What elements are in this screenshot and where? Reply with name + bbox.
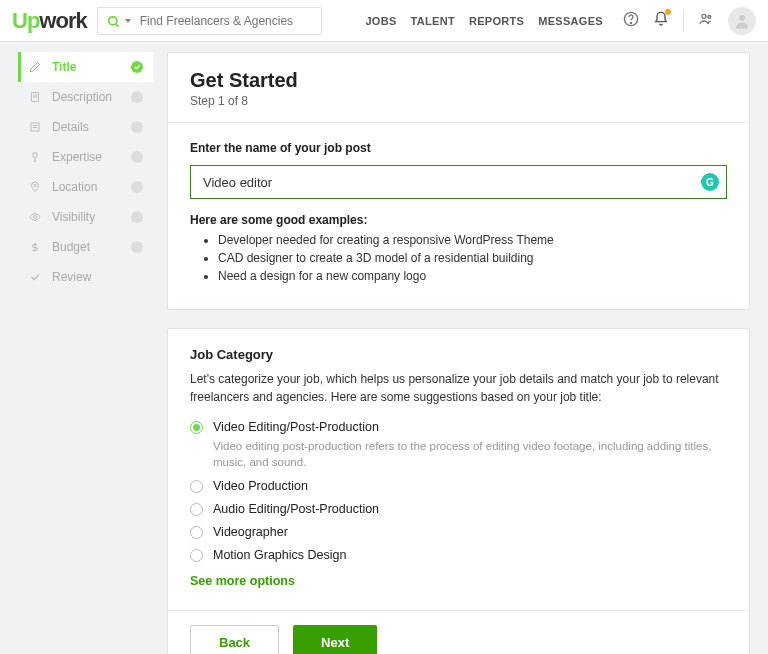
examples-list: Developer needed for creating a responsi… [190, 233, 727, 283]
main-nav: JOBS TALENT REPORTS MESSAGES [365, 15, 603, 27]
notification-dot [665, 9, 671, 15]
svg-point-5 [708, 16, 711, 19]
step-details[interactable]: Details [18, 112, 153, 142]
dollar-icon [28, 241, 42, 253]
category-option-video-production[interactable]: Video Production [190, 479, 727, 493]
search-wrap [97, 7, 322, 35]
page-title: Get Started [190, 69, 727, 92]
radio-label: Motion Graphics Design [213, 548, 346, 562]
avatar[interactable] [728, 7, 756, 35]
trophy-icon [28, 151, 42, 163]
grammarly-icon[interactable]: G [701, 173, 719, 191]
radio-icon [190, 503, 203, 516]
check-icon [28, 271, 42, 283]
page-body: Title Description Details Expertise Loca… [0, 42, 768, 654]
radio-description: Video editing post-production refers to … [213, 438, 727, 470]
logo-green: Up [12, 8, 39, 33]
step-label: Location [52, 180, 121, 194]
category-card: Job Category Let's categorize your job, … [167, 328, 750, 654]
example-item: Developer needed for creating a responsi… [218, 233, 727, 247]
radio-label: Video Production [213, 479, 308, 493]
header-icons [623, 7, 756, 35]
job-title-wrap: G [190, 165, 727, 199]
radio-label: Video Editing/Post-Production [213, 420, 727, 434]
svg-point-4 [702, 14, 706, 18]
step-review[interactable]: Review [18, 262, 153, 292]
example-item: CAD designer to create a 3D model of a r… [218, 251, 727, 265]
see-more-link[interactable]: See more options [190, 574, 727, 588]
step-location[interactable]: Location [18, 172, 153, 202]
doc-icon [28, 91, 42, 103]
back-button[interactable]: Back [190, 625, 279, 654]
step-title[interactable]: Title [18, 52, 153, 82]
pencil-icon [28, 61, 42, 73]
step-status [131, 181, 143, 193]
category-option-video-editing[interactable]: Video Editing/Post-Production Video edit… [190, 420, 727, 470]
radio-label: Audio Editing/Post-Production [213, 502, 379, 516]
radio-icon [190, 526, 203, 539]
steps-sidebar: Title Description Details Expertise Loca… [18, 52, 153, 292]
pin-icon [28, 181, 42, 193]
step-label: Title [52, 60, 121, 74]
examples-heading: Here are some good examples: [190, 213, 727, 227]
logo[interactable]: Upwork [12, 8, 87, 34]
category-option-audio-editing[interactable]: Audio Editing/Post-Production [190, 502, 727, 516]
eye-icon [28, 211, 42, 223]
radio-icon [190, 480, 203, 493]
step-status [131, 211, 143, 223]
step-status [131, 241, 143, 253]
radio-icon [190, 549, 203, 562]
logo-dark: work [39, 8, 86, 33]
next-button[interactable]: Next [293, 625, 377, 654]
category-heading: Job Category [190, 347, 727, 362]
step-label: Visibility [52, 210, 121, 224]
svg-point-6 [739, 15, 745, 21]
svg-line-1 [115, 23, 118, 26]
step-counter: Step 1 of 8 [190, 94, 727, 108]
search-icon [107, 15, 121, 29]
job-title-label: Enter the name of your job post [190, 141, 727, 155]
step-status [131, 151, 143, 163]
title-card: Get Started Step 1 of 8 Enter the name o… [167, 52, 750, 310]
svg-point-13 [34, 184, 37, 187]
title-card-body: Enter the name of your job post G Here a… [168, 123, 749, 309]
step-label: Budget [52, 240, 121, 254]
step-status [131, 91, 143, 103]
main-content: Get Started Step 1 of 8 Enter the name o… [167, 52, 750, 654]
step-budget[interactable]: Budget [18, 232, 153, 262]
nav-messages[interactable]: MESSAGES [538, 15, 603, 27]
nav-jobs[interactable]: JOBS [365, 15, 396, 27]
step-label: Expertise [52, 150, 121, 164]
nav-talent[interactable]: TALENT [411, 15, 455, 27]
category-option-videographer[interactable]: Videographer [190, 525, 727, 539]
job-title-input[interactable] [190, 165, 727, 199]
category-description: Let's categorize your job, which helps u… [190, 370, 727, 406]
list-icon [28, 121, 42, 133]
chevron-down-icon[interactable] [125, 19, 131, 23]
step-description[interactable]: Description [18, 82, 153, 112]
radio-label: Videographer [213, 525, 288, 539]
svg-point-14 [34, 216, 37, 219]
step-expertise[interactable]: Expertise [18, 142, 153, 172]
help-icon[interactable] [623, 11, 639, 30]
top-header: Upwork JOBS TALENT REPORTS MESSAGES [0, 0, 768, 42]
step-label: Description [52, 90, 121, 104]
example-item: Need a design for a new company logo [218, 269, 727, 283]
step-visibility[interactable]: Visibility [18, 202, 153, 232]
svg-point-3 [630, 22, 631, 23]
nav-reports[interactable]: REPORTS [469, 15, 524, 27]
contacts-icon[interactable] [698, 11, 714, 30]
step-status [131, 121, 143, 133]
step-status-done [131, 61, 143, 73]
radio-selected-icon [190, 421, 203, 434]
svg-point-0 [108, 16, 116, 24]
category-card-body: Job Category Let's categorize your job, … [168, 329, 749, 610]
step-label: Details [52, 120, 121, 134]
category-option-motion-graphics[interactable]: Motion Graphics Design [190, 548, 727, 562]
title-card-head: Get Started Step 1 of 8 [168, 53, 749, 123]
divider [683, 10, 684, 32]
category-card-foot: Back Next [168, 610, 749, 654]
step-label: Review [52, 270, 143, 284]
notifications-icon[interactable] [653, 11, 669, 30]
